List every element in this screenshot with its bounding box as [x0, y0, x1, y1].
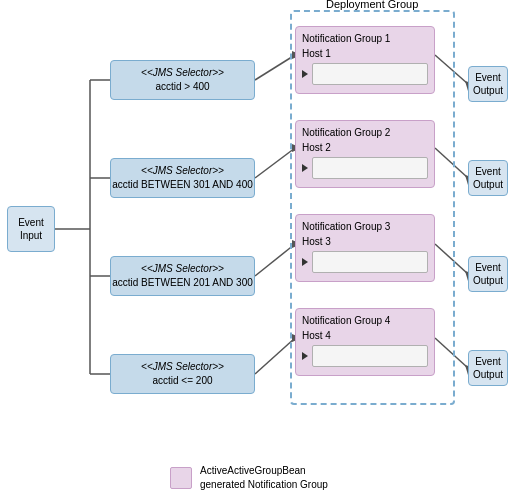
legend-text-line2: generated Notification Group	[200, 478, 328, 492]
event-input-box: Event Input	[7, 206, 55, 252]
host-label-3: Host 3	[302, 236, 331, 247]
notification-group-3: Notification Group 3 Host 3	[295, 214, 435, 282]
svg-line-6	[255, 55, 295, 80]
legend-box-icon	[170, 467, 192, 489]
jms-label-top-4: <<JMS Selector>>	[141, 360, 224, 374]
event-output-label-3: Event Output	[469, 261, 507, 287]
event-output-3: Event Output	[468, 256, 508, 292]
host-label-1: Host 1	[302, 48, 331, 59]
host-label-2: Host 2	[302, 142, 331, 153]
legend: ActiveActiveGroupBean generated Notifica…	[170, 464, 328, 492]
event-input-label: Event Input	[8, 216, 54, 242]
jms-label-bottom-2: acctid BETWEEN 301 AND 400	[112, 178, 253, 192]
jms-label-top-1: <<JMS Selector>>	[141, 66, 224, 80]
arrow-icon-2	[302, 164, 308, 172]
jms-label-top-3: <<JMS Selector>>	[141, 262, 224, 276]
jms-selector-2: <<JMS Selector>> acctid BETWEEN 301 AND …	[110, 158, 255, 198]
notif-group-label-3: Notification Group 3	[302, 221, 428, 232]
arrow-icon-3	[302, 258, 308, 266]
jms-selector-4: <<JMS Selector>> acctid <= 200	[110, 354, 255, 394]
svg-line-8	[255, 148, 295, 178]
jms-selector-3: <<JMS Selector>> acctid BETWEEN 201 AND …	[110, 256, 255, 296]
legend-text-line1: ActiveActiveGroupBean	[200, 464, 328, 478]
arrow-icon-4	[302, 352, 308, 360]
jms-label-bottom-3: acctid BETWEEN 201 AND 300	[112, 276, 253, 290]
event-output-label-2: Event Output	[469, 165, 507, 191]
host-box-1	[312, 63, 428, 85]
notification-group-4: Notification Group 4 Host 4	[295, 308, 435, 376]
event-output-2: Event Output	[468, 160, 508, 196]
event-output-label-4: Event Output	[469, 355, 507, 381]
jms-label-top-2: <<JMS Selector>>	[141, 164, 224, 178]
jms-label-bottom-1: acctid > 400	[155, 80, 209, 94]
diagram-container: Event Input <<JMS Selector>> acctid > 40…	[0, 0, 531, 504]
notif-group-label-1: Notification Group 1	[302, 33, 428, 44]
legend-text: ActiveActiveGroupBean generated Notifica…	[200, 464, 328, 492]
host-box-3	[312, 251, 428, 273]
svg-line-10	[255, 244, 295, 276]
notif-group-label-2: Notification Group 2	[302, 127, 428, 138]
jms-label-bottom-4: acctid <= 200	[152, 374, 212, 388]
host-box-4	[312, 345, 428, 367]
jms-selector-1: <<JMS Selector>> acctid > 400	[110, 60, 255, 100]
deployment-group-label: Deployment Group	[322, 0, 422, 10]
host-box-2	[312, 157, 428, 179]
notification-group-2: Notification Group 2 Host 2	[295, 120, 435, 188]
notification-group-1: Notification Group 1 Host 1	[295, 26, 435, 94]
svg-line-12	[255, 338, 295, 374]
arrow-icon-1	[302, 70, 308, 78]
event-output-4: Event Output	[468, 350, 508, 386]
event-output-1: Event Output	[468, 66, 508, 102]
event-output-label-1: Event Output	[469, 71, 507, 97]
host-label-4: Host 4	[302, 330, 331, 341]
notif-group-label-4: Notification Group 4	[302, 315, 428, 326]
